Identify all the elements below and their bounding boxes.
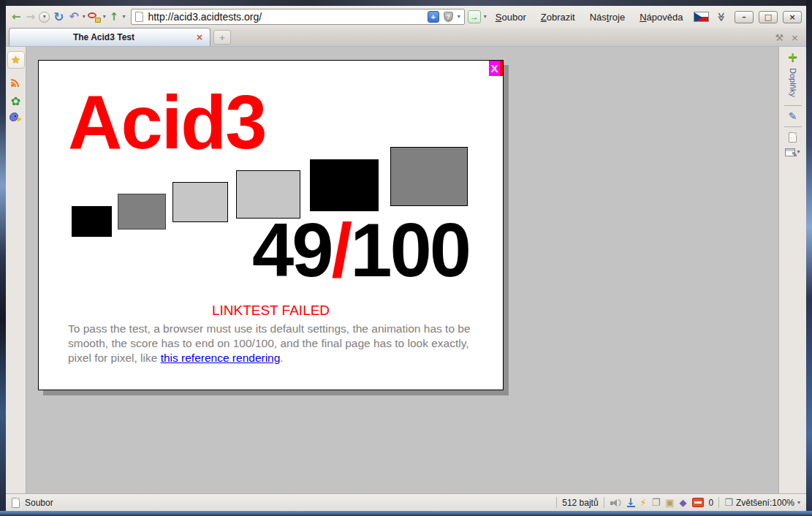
forward-icon[interactable]: → — [25, 11, 37, 23]
zoom-dropdown-icon[interactable]: ▾ — [797, 500, 800, 506]
new-folder-icon[interactable]: ▣ — [665, 498, 674, 507]
browser-window: ← → ▾ ↻ ↶ ▾ ▾ ↑ ▾ http://acid3.acidtests… — [0, 0, 812, 516]
clover-icon[interactable]: ✿ — [11, 96, 20, 107]
acid3-x-marker: X — [489, 61, 503, 76]
tab-acid3[interactable]: The Acid3 Test × — [9, 28, 210, 46]
acid3-score: 49/100 — [252, 213, 469, 288]
up-dropdown-icon[interactable]: ▾ — [122, 14, 125, 20]
undo-dropdown-icon[interactable]: ▾ — [83, 14, 86, 20]
menu-soubor[interactable]: Soubor — [490, 10, 532, 24]
lightning-icon[interactable]: ⚡ — [640, 498, 647, 507]
acid3-square — [172, 182, 228, 222]
tab-close-icon[interactable]: × — [194, 33, 205, 42]
left-panel: ★ ✿ — [6, 47, 26, 493]
window-frame-bottom — [0, 511, 812, 516]
menu-zobrazit[interactable]: Zobrazit — [535, 10, 581, 24]
go-button[interactable]: → — [468, 10, 481, 23]
nav-button-group: ← → ▾ ↻ ↶ ▾ ▾ ↑ ▾ — [10, 10, 125, 24]
pen-icon[interactable]: ✎ — [789, 111, 797, 121]
page-viewport: X Acid3 49/100 LINKTEST FAILED To pass t… — [26, 47, 778, 493]
acid3-square — [310, 159, 379, 211]
addons-panel-label[interactable]: Doplňky — [789, 68, 797, 97]
eye-lock-icon[interactable] — [88, 11, 101, 23]
zoom-label: Zvětšení:100% — [736, 498, 794, 508]
history-dropdown-icon[interactable]: ▾ — [39, 12, 50, 23]
reference-rendering-link[interactable]: this reference rendering — [161, 352, 281, 364]
window-edit-control[interactable]: ✎ ▾ — [785, 148, 800, 156]
window-frame-top — [0, 0, 812, 6]
rss-icon[interactable] — [10, 77, 21, 88]
address-dropdown-icon[interactable]: ▾ — [458, 14, 460, 20]
address-bar[interactable]: http://acid3.acidtests.org/ + ? ▾ — [131, 9, 464, 25]
acid3-description: To pass the test, a browser must use its… — [68, 322, 486, 365]
bookmarks-panel-button[interactable]: ★ — [7, 51, 25, 69]
source-doc-icon[interactable] — [789, 132, 797, 143]
tab-bar: The Acid3 Test × + ⚒ × — [6, 28, 806, 47]
acid3-heading: Acid3 — [68, 85, 265, 160]
new-tab-button[interactable]: + — [213, 30, 231, 45]
zoom-control[interactable]: ❐ Zvětšení:100% ▾ — [724, 498, 800, 508]
tab-title: The Acid3 Test — [14, 32, 194, 42]
czech-flag-icon[interactable] — [694, 12, 709, 22]
acid3-status-line: LINKTEST FAILED — [39, 303, 503, 319]
acid3-square — [118, 194, 166, 229]
wrench-icon[interactable]: ⚒ — [775, 33, 783, 42]
right-panel: + Doplňky ✎ ✎ ▾ — [778, 47, 806, 493]
panel-separator — [784, 126, 802, 127]
go-dropdown-icon[interactable]: ▾ — [484, 14, 487, 20]
printer-icon[interactable]: ❐ — [652, 498, 661, 507]
page-size-label: 512 bajtů — [562, 498, 598, 508]
toolbar: ← → ▾ ↻ ↶ ▾ ▾ ↑ ▾ http://acid3.acidtests… — [6, 6, 806, 28]
url-text[interactable]: http://acid3.acidtests.org/ — [148, 11, 422, 23]
menu-nastroje[interactable]: Nástroje — [584, 10, 631, 24]
reload-icon[interactable]: ↻ — [52, 10, 65, 24]
star-icon: ★ — [11, 55, 20, 66]
speed-dial-icon[interactable]: + — [428, 11, 439, 23]
minimize-button[interactable]: – — [735, 11, 754, 23]
popup-blocker-icon[interactable] — [692, 498, 704, 507]
page-doc-icon — [135, 12, 143, 22]
window-edit-icon: ✎ — [785, 148, 795, 156]
speaker-icon[interactable] — [610, 498, 622, 508]
acid3-page: X Acid3 49/100 LINKTEST FAILED To pass t… — [38, 60, 504, 390]
book-icon[interactable]: ◆ — [680, 498, 687, 507]
status-doc-icon — [12, 498, 20, 508]
menu-napoveda[interactable]: Nápověda — [634, 10, 688, 24]
maximize-button[interactable]: □ — [759, 11, 778, 23]
add-addon-icon[interactable]: + — [787, 51, 797, 64]
status-left-label: Soubor — [25, 498, 53, 508]
status-bar: Soubor 512 bajtů ↓ ⚡ ❐ ▣ ◆ 0 ❐ Zvětšení:… — [6, 493, 806, 511]
blocked-count: 0 — [709, 498, 714, 508]
tabbar-close-icon[interactable]: × — [791, 33, 799, 42]
panel-separator — [784, 105, 802, 106]
zoom-windows-icon: ❐ — [724, 498, 733, 507]
download-icon[interactable]: ↓ — [627, 498, 635, 507]
up-icon[interactable]: ↑ — [108, 11, 121, 23]
window-frame-left — [0, 0, 6, 516]
bird-icon[interactable] — [10, 113, 22, 123]
window-frame-right — [806, 0, 812, 516]
close-button[interactable]: × — [783, 11, 802, 23]
undo-icon[interactable]: ↶ — [67, 10, 80, 23]
privacy-dropdown-icon[interactable]: ▾ — [103, 14, 106, 20]
acid3-square — [72, 206, 112, 237]
acid3-square — [390, 147, 468, 206]
back-icon[interactable]: ← — [10, 11, 23, 23]
shield-question-icon[interactable]: ? — [444, 12, 453, 22]
chevron-double-down-icon[interactable]: ≫ — [718, 12, 726, 22]
